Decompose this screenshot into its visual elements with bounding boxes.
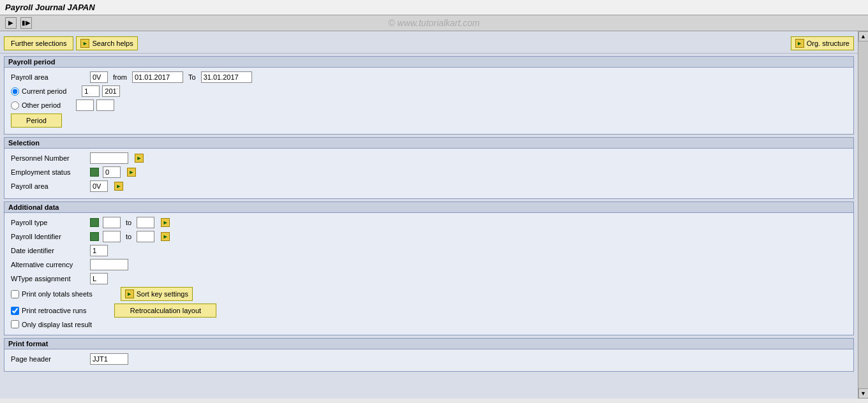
wtype-assignment-row: WType assignment (11, 273, 847, 284)
payroll-identifier-arrow-btn[interactable]: ► (161, 232, 170, 241)
sort-key-settings-label: Sort key settings (137, 290, 188, 298)
page-header-input[interactable] (90, 353, 128, 365)
wtype-assignment-input[interactable] (90, 273, 108, 284)
date-identifier-label: Date identifier (11, 247, 87, 254)
print-retroactive-label: Print retroactive runs (22, 307, 86, 314)
toolbar: ▶ ▮▶ © www.tutorialkart.com (0, 15, 868, 31)
retrocalculation-layout-button[interactable]: Retrocalculation layout (114, 304, 216, 318)
payroll-type-to-label: to (126, 219, 131, 226)
selection-payroll-area-arrow-btn[interactable]: ► (114, 182, 123, 191)
to-date-input[interactable] (201, 71, 252, 83)
selection-payroll-area-row: Payroll area ► (11, 180, 847, 192)
main-container: Further selections ► Search helps ► Org.… (0, 31, 868, 399)
to-label: To (188, 73, 196, 81)
print-format-section: Print format Page header (4, 338, 854, 372)
date-identifier-input[interactable] (90, 245, 108, 256)
other-period-val1-input[interactable] (76, 99, 94, 111)
search-helps-button[interactable]: ► Search helps (76, 36, 137, 50)
print-retroactive-checkbox[interactable] (11, 307, 19, 315)
alternative-currency-input[interactable] (90, 259, 128, 270)
search-helps-arrow-icon: ► (80, 39, 89, 48)
additional-data-body: Payroll type to ► Payroll Identifier to … (4, 213, 853, 335)
alternative-currency-label: Alternative currency (11, 261, 87, 268)
selection-payroll-area-label: Payroll area (11, 182, 87, 190)
only-display-last-checkbox[interactable] (11, 320, 19, 328)
employment-status-label: Employment status (11, 168, 87, 176)
forward-icon[interactable]: ▮▶ (20, 17, 32, 29)
payroll-area-row: Payroll area from To (11, 71, 847, 83)
org-structure-arrow-icon: ► (795, 39, 804, 48)
employment-status-input[interactable] (103, 166, 121, 178)
search-helps-label: Search helps (92, 40, 133, 47)
from-date-input[interactable] (132, 71, 183, 83)
content-area: Further selections ► Search helps ► Org.… (0, 31, 858, 399)
payroll-area-label: Payroll area (11, 73, 87, 81)
payroll-identifier-label: Payroll Identifier (11, 233, 87, 240)
print-totals-label: Print only totals sheets (22, 290, 93, 298)
current-period-val2-input[interactable] (102, 85, 120, 97)
payroll-identifier-val2-input[interactable] (137, 231, 154, 242)
button-bar: Further selections ► Search helps ► Org.… (0, 34, 858, 54)
scroll-track[interactable] (858, 41, 868, 388)
payroll-identifier-row: Payroll Identifier to ► (11, 231, 847, 242)
payroll-type-arrow-btn[interactable]: ► (161, 218, 170, 227)
payroll-period-header: Payroll period (4, 57, 853, 68)
selection-payroll-area-input[interactable] (90, 180, 108, 192)
payroll-area-input[interactable] (90, 71, 108, 83)
payroll-identifier-to-label: to (126, 233, 131, 240)
payroll-type-val1-input[interactable] (103, 217, 121, 228)
sort-key-settings-button[interactable]: ► Sort key settings (121, 287, 193, 301)
payroll-type-row: Payroll type to ► (11, 217, 847, 228)
employment-status-arrow-btn[interactable]: ► (127, 168, 136, 177)
further-selections-button[interactable]: Further selections (4, 36, 73, 50)
page-header-label: Page header (11, 355, 87, 363)
payroll-period-section: Payroll period Payroll area from To Curr… (4, 56, 854, 135)
employment-status-row: Employment status ► (11, 166, 847, 178)
back-icon[interactable]: ▶ (5, 17, 17, 29)
employment-status-icon (90, 168, 99, 177)
only-display-last-label: Only display last result (22, 321, 92, 328)
org-structure-button[interactable]: ► Org. structure (791, 36, 854, 50)
scroll-up-btn[interactable]: ▲ (858, 31, 869, 41)
app-title: Payroll Journal JAPAN (5, 3, 95, 12)
print-format-header: Print format (4, 339, 853, 349)
print-retroactive-row: Print retroactive runs Retrocalculation … (11, 304, 847, 318)
current-period-row: Current period (11, 85, 847, 97)
wtype-assignment-label: WType assignment (11, 275, 87, 282)
only-display-last-row: Only display last result (11, 320, 847, 328)
sort-key-arrow-icon: ► (125, 289, 134, 298)
payroll-period-body: Payroll area from To Current period (4, 68, 853, 134)
additional-data-header: Additional data (4, 202, 853, 213)
current-period-label: Current period (22, 87, 66, 95)
print-totals-checkbox[interactable] (11, 290, 19, 298)
other-period-radio[interactable] (11, 101, 19, 110)
payroll-type-icon (90, 218, 99, 227)
other-period-val2-input[interactable] (96, 99, 114, 111)
current-period-radio[interactable] (11, 87, 19, 96)
additional-data-section: Additional data Payroll type to ► Payrol… (4, 202, 854, 335)
scrollbar[interactable]: ▲ ▼ (858, 31, 868, 399)
other-period-row: Other period (11, 99, 847, 111)
page-header-row: Page header (11, 353, 847, 365)
title-bar: Payroll Journal JAPAN (0, 0, 868, 15)
watermark: © www.tutorialkart.com (388, 18, 479, 28)
personnel-number-arrow-btn[interactable]: ► (135, 154, 144, 163)
date-identifier-row: Date identifier (11, 245, 847, 256)
current-period-val1-input[interactable] (82, 85, 100, 97)
print-totals-row: Print only totals sheets ► Sort key sett… (11, 287, 847, 301)
selection-body: Personnel Number ► Employment status ► P… (4, 149, 853, 198)
org-structure-label: Org. structure (807, 40, 849, 47)
payroll-type-label: Payroll type (11, 219, 87, 226)
print-format-body: Page header (4, 349, 853, 371)
scroll-down-btn[interactable]: ▼ (858, 388, 869, 399)
payroll-identifier-val1-input[interactable] (103, 231, 121, 242)
payroll-identifier-icon (90, 232, 99, 241)
alternative-currency-row: Alternative currency (11, 259, 847, 270)
period-button[interactable]: Period (11, 114, 62, 128)
selection-header: Selection (4, 138, 853, 149)
other-period-label: Other period (22, 101, 61, 109)
personnel-number-input[interactable] (90, 152, 128, 164)
from-label: from (113, 73, 127, 81)
payroll-type-val2-input[interactable] (137, 217, 154, 228)
personnel-number-label: Personnel Number (11, 154, 87, 162)
